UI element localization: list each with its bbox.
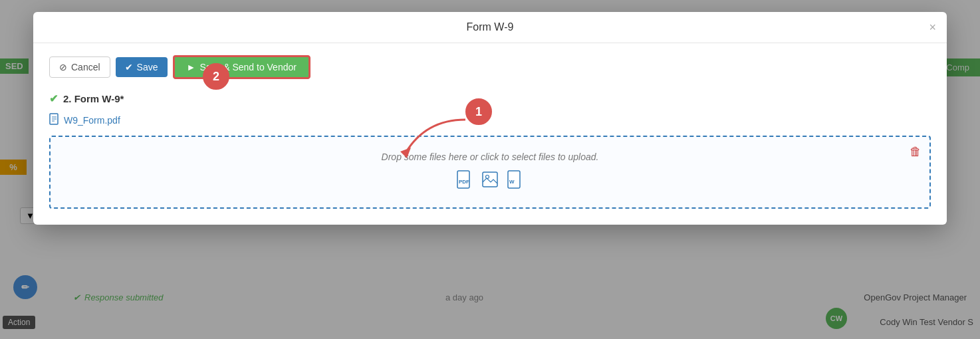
- svg-text:W: W: [509, 179, 515, 185]
- delete-icon[interactable]: 🗑: [910, 145, 921, 159]
- checkmark-icon: ✔: [125, 62, 133, 72]
- drop-zone-text: Drop some files here or click to select …: [65, 152, 915, 162]
- svg-text:PDF: PDF: [459, 179, 469, 185]
- drop-pdf-icon: PDF: [457, 170, 473, 193]
- cancel-icon: ⊘: [59, 62, 67, 72]
- section-check-icon: ✔: [49, 92, 58, 105]
- drop-word-icon: W: [507, 170, 523, 193]
- cancel-button[interactable]: ⊘ Cancel: [49, 56, 110, 78]
- modal-close-button[interactable]: ×: [929, 21, 936, 33]
- annotation-arrow: [386, 113, 472, 160]
- modal-toolbar: ⊘ Cancel ✔ Save ► Save & Send to Vendor: [49, 55, 931, 79]
- modal-title: Form W-9: [467, 21, 514, 33]
- form-section-title: ✔ 2. Form W-9*: [49, 92, 931, 105]
- save-button[interactable]: ✔ Save: [116, 57, 168, 77]
- drop-zone-icons: PDF W: [65, 170, 915, 193]
- file-drop-zone[interactable]: Drop some files here or click to select …: [49, 136, 931, 209]
- pdf-icon: [49, 113, 60, 128]
- svg-marker-10: [400, 148, 411, 158]
- drop-image-icon: [482, 171, 498, 191]
- modal-body: ⊘ Cancel ✔ Save ► Save & Send to Vendor …: [33, 43, 947, 225]
- save-send-button[interactable]: ► Save & Send to Vendor: [173, 55, 310, 79]
- send-icon: ►: [187, 62, 196, 72]
- modal-header: Form W-9 ×: [33, 12, 947, 43]
- annotation-circle-2: 2: [203, 63, 229, 90]
